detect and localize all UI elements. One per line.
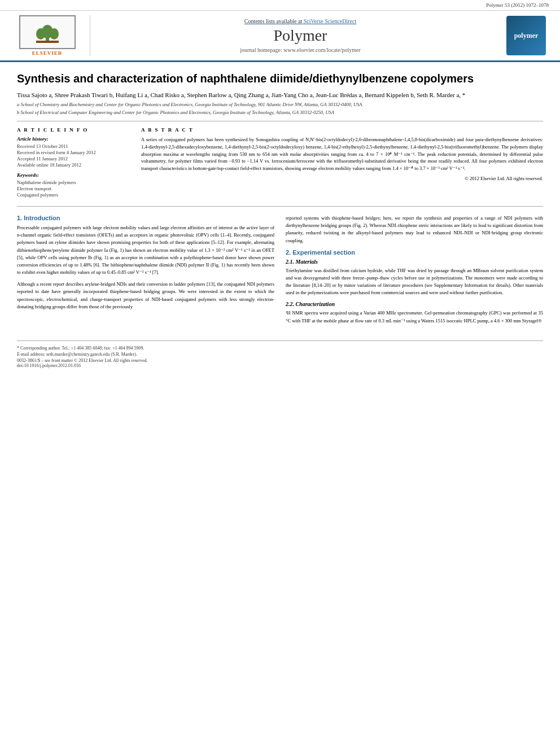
- email-address: E-mail address: seth.marder@chemistry.ga…: [17, 352, 543, 357]
- keywords-title: Keywords:: [17, 172, 130, 178]
- right-intro-para: reported systems with thiophene-based br…: [286, 215, 543, 244]
- article-history-title: Article history:: [17, 136, 130, 142]
- journal-header: Polymer 53 (2012) 1072–1078: [0, 0, 560, 11]
- polymer-logo-box: polymer: [506, 16, 546, 55]
- materials-text: Triethylamine was distilled from calcium…: [286, 267, 543, 297]
- accepted-date: Accepted 11 January 2012: [17, 156, 130, 161]
- char-text: ¹H NMR spectra were acquired using a Var…: [286, 309, 543, 324]
- authors: Tissa Sajoto a, Shree Prakash Tiwari b, …: [17, 91, 543, 98]
- divider-2: [17, 206, 543, 207]
- elsevier-tree-icon: [30, 19, 64, 45]
- exp-heading: 2. Experimental section: [286, 249, 543, 256]
- polymer-logo-right: polymer: [504, 15, 549, 56]
- body-section: 1. Introduction Processable conjugated p…: [17, 215, 543, 329]
- abstract-col: A B S T R A C T A series of conjugated p…: [141, 127, 543, 198]
- article-info-heading: A R T I C L E I N F O: [17, 127, 130, 133]
- doi-line: doi:10.1016/j.polymer.2012.01.016: [17, 363, 543, 368]
- intro-para-1: Processable conjugated polymers with lar…: [17, 224, 274, 276]
- abstract-text: A series of conjugated polymers has been…: [141, 136, 543, 172]
- svg-point-2: [36, 28, 45, 40]
- online-date: Available online 18 January 2012: [17, 162, 130, 168]
- authors-text: Tissa Sajoto a, Shree Prakash Tiwari b, …: [17, 91, 465, 98]
- sciverse-text: SciVerse ScienceDirect: [304, 18, 357, 24]
- article-info-col: A R T I C L E I N F O Article history: R…: [17, 127, 130, 198]
- journal-branding: ELSEVIER Contents lists available at Sci…: [0, 11, 560, 62]
- abstract-heading: A B S T R A C T: [141, 127, 543, 133]
- affiliation-b: b School of Electrical and Computer Engi…: [17, 110, 543, 115]
- copyright-line: © 2012 Elsevier Ltd. All rights reserved…: [141, 176, 543, 181]
- body-right-col: reported systems with thiophene-based br…: [286, 215, 543, 329]
- revised-date: Received in revised form 4 January 2012: [17, 150, 130, 155]
- article-content: Synthesis and characterization of naphth…: [0, 62, 560, 379]
- keyword-3: Conjugated polymers: [17, 192, 130, 198]
- article-title: Synthesis and characterization of naphth…: [17, 71, 543, 86]
- keyword-2: Electron transport: [17, 186, 130, 191]
- elsevier-logo-area: ELSEVIER: [11, 15, 90, 56]
- polymer-logo-text: polymer: [514, 32, 539, 40]
- char-heading: 2.2. Characterization: [286, 301, 543, 307]
- journal-homepage: journal homepage: www.elsevier.com/locat…: [240, 47, 361, 53]
- intro-heading: 1. Introduction: [17, 215, 274, 221]
- elsevier-label: ELSEVIER: [32, 50, 63, 56]
- journal-title: Polymer: [274, 27, 327, 45]
- article-info-abstract: A R T I C L E I N F O Article history: R…: [17, 127, 543, 198]
- body-left-col: 1. Introduction Processable conjugated p…: [17, 215, 274, 329]
- svg-point-3: [50, 28, 59, 40]
- issn-line: 0032-3861/$ – see front matter © 2012 El…: [17, 358, 543, 363]
- journal-ref: Polymer 53 (2012) 1072–1078: [486, 2, 549, 8]
- keyword-1: Naphthalene diimide polymers: [17, 180, 130, 185]
- affiliation-a: a School of Chemistry and Biochemistry a…: [17, 102, 543, 107]
- divider-1: [17, 121, 543, 121]
- received-date: Received 13 October 2011: [17, 143, 130, 149]
- materials-heading: 2.1. Materials: [286, 259, 543, 265]
- elsevier-logo-box: [19, 15, 76, 49]
- journal-center: Contents lists available at SciVerse Sci…: [97, 15, 504, 56]
- footer-area: * Corresponding author. Tel.: +1 404 385…: [17, 340, 543, 368]
- sciverse-link[interactable]: Contents lists available at SciVerse Sci…: [244, 18, 357, 24]
- contents-label: Contents lists available at: [244, 18, 302, 24]
- corresponding-author: * Corresponding author. Tel.: +1 404 385…: [17, 346, 543, 351]
- svg-rect-4: [36, 41, 59, 43]
- intro-para-2: Although a recent report describes aryle…: [17, 281, 274, 311]
